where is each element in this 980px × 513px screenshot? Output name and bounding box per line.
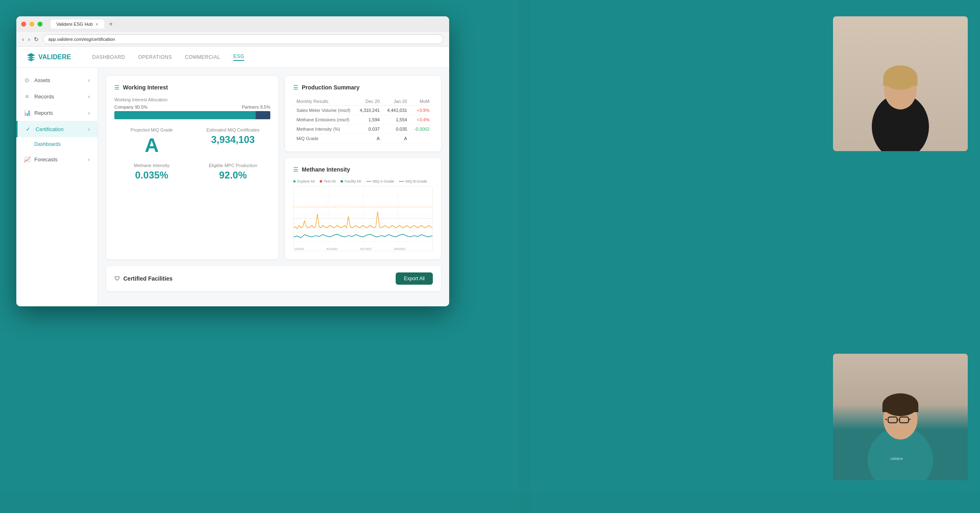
nav-operations[interactable]: OPERATIONS xyxy=(138,54,172,60)
methane-intensity-label: Methane Intensity xyxy=(134,163,169,168)
nav-dashboard[interactable]: DASHBOARD xyxy=(92,54,125,60)
legend-label-facility: Facility MI xyxy=(345,179,361,183)
working-interest-title: Working Interest xyxy=(123,84,168,91)
sidebar-item-reports[interactable]: 📊 Reports ∨ xyxy=(16,105,98,121)
new-tab-button[interactable]: + xyxy=(109,20,113,28)
production-summary-card: ☰ Production Summary Monthly Results Dec… xyxy=(285,76,441,152)
nav-commercial[interactable]: COMMERCIAL xyxy=(185,54,220,60)
row1-jan: 4,441,031 xyxy=(383,106,410,115)
maximize-button[interactable] xyxy=(38,22,42,27)
col-mom: MoM xyxy=(410,97,433,106)
nav-esg[interactable]: ESG xyxy=(233,54,244,61)
refresh-button[interactable]: ↻ xyxy=(34,36,39,42)
methane-intensity-header: ☰ Methane Intensity xyxy=(293,166,433,173)
working-interest-icon: ☰ xyxy=(114,84,120,91)
sidebar-label-records: Records xyxy=(34,94,54,100)
svg-text:4/14/2021: 4/14/2021 xyxy=(327,247,338,251)
bottom-teal-bar xyxy=(0,493,980,513)
certification-chevron: ∨ xyxy=(87,127,90,132)
row2-jan: 1,554 xyxy=(383,115,410,125)
legend-test-mi: Test MI xyxy=(320,179,336,183)
certification-icon: ✓ xyxy=(25,126,31,132)
wi-allocation-bar xyxy=(114,111,270,119)
methane-intensity-card-icon: ☰ xyxy=(293,166,298,173)
main-content: ⊙ Assets ∨ ≡ Records ∨ 📊 Reports ∨ ✓ Cer… xyxy=(16,68,449,306)
minimize-button[interactable] xyxy=(29,22,34,27)
methane-intensity-card-title: Methane Intensity xyxy=(302,166,350,173)
eligible-mpc-metric: Eligible MPC Production 92.0% xyxy=(196,163,270,181)
sidebar: ⊙ Assets ∨ ≡ Records ∨ 📊 Reports ∨ ✓ Cer… xyxy=(16,68,98,306)
legend-dot-facility xyxy=(341,180,343,183)
records-chevron: ∨ xyxy=(87,94,90,99)
tab-title: Validere ESG Hub xyxy=(56,22,93,27)
browser-tab[interactable]: Validere ESG Hub ✕ xyxy=(51,20,104,29)
table-row: Methane Intensity (%) 0.037 0.035 -0.000… xyxy=(293,125,433,134)
svg-rect-18 xyxy=(883,78,918,86)
url-text: app.validere.com/esg/certification xyxy=(48,37,115,42)
company-label: Company 90.5% xyxy=(114,105,147,109)
teal-side-bar xyxy=(519,0,531,513)
estimated-certs-label: Estimated MiQ Certificates xyxy=(206,127,259,132)
svg-text:8/24/2021: 8/24/2021 xyxy=(394,247,406,251)
production-summary-icon: ☰ xyxy=(293,84,298,91)
wi-company-portion xyxy=(114,111,256,119)
row1-label: Sales Meter Volume (mscf) xyxy=(293,106,356,115)
video-panel-bottom: validere xyxy=(833,354,968,480)
sidebar-item-assets[interactable]: ⊙ Assets ∨ xyxy=(16,72,98,88)
browser-titlebar: Validere ESG Hub ✕ + xyxy=(16,16,449,32)
methane-intensity-metric: Methane Intensity 0.035% xyxy=(114,163,189,181)
row3-dec: 0.037 xyxy=(356,125,383,134)
row1-mom: +3.9% xyxy=(410,106,433,115)
person-silhouette-2: validere xyxy=(858,370,943,480)
top-navigation: VALIDERE DASHBOARD OPERATIONS COMMERCIAL… xyxy=(16,47,449,68)
app-container: VALIDERE DASHBOARD OPERATIONS COMMERCIAL… xyxy=(16,47,449,306)
forward-button[interactable]: › xyxy=(28,36,30,42)
eligible-mpc-value: 92.0% xyxy=(219,170,247,181)
person-silhouette xyxy=(860,45,941,151)
sidebar-item-forecasts[interactable]: 📈 Forecasts ∨ xyxy=(16,151,98,167)
browser-addressbar: ‹ › ↻ app.validere.com/esg/certification xyxy=(16,32,449,47)
projected-grade-label: Projected MiQ Grade xyxy=(131,127,173,132)
assets-icon: ⊙ xyxy=(24,77,30,83)
svg-text:1/3/2021: 1/3/2021 xyxy=(294,247,304,251)
row1-dec: 4,310,241 xyxy=(356,106,383,115)
legend-label-test: Test MI xyxy=(324,179,336,183)
back-button[interactable]: ‹ xyxy=(22,36,24,42)
export-all-button[interactable]: Export All xyxy=(396,272,433,285)
working-interest-header: ☰ Working Interest xyxy=(114,84,270,91)
legend-facility-mi: Facility MI xyxy=(341,179,361,183)
sidebar-label-assets: Assets xyxy=(34,77,50,83)
chart-legend: Explore MI Test MI Facility MI xyxy=(293,179,433,183)
browser-window: Validere ESG Hub ✕ + ‹ › ↻ app.validere.… xyxy=(16,16,449,306)
sidebar-label-forecasts: Forecasts xyxy=(34,156,58,163)
row2-mom: +3.4% xyxy=(410,115,433,125)
partners-label: Partners 9.5% xyxy=(242,105,270,109)
records-icon: ≡ xyxy=(24,93,30,100)
metrics-grid: Projected MiQ Grade A Estimated MiQ Cert… xyxy=(114,127,270,181)
methane-intensity-card: ☰ Methane Intensity Explore MI xyxy=(285,158,441,259)
legend-line-miqb xyxy=(399,181,404,182)
sidebar-item-certification[interactable]: ✓ Certification ∨ xyxy=(16,121,98,137)
sidebar-item-records[interactable]: ≡ Records ∨ xyxy=(16,88,98,105)
row4-dec: A xyxy=(356,134,383,143)
right-column: ☰ Production Summary Monthly Results Dec… xyxy=(285,76,441,259)
person-bottom-video: validere xyxy=(833,354,968,480)
estimated-certs-value: 3,934,103 xyxy=(211,134,255,145)
address-bar[interactable]: app.validere.com/esg/certification xyxy=(43,34,443,44)
close-button[interactable] xyxy=(21,22,26,27)
legend-label-miqb: MiQ B-Grade xyxy=(405,179,427,183)
methane-chart-svg: 1/3/2021 4/14/2021 6/17/2021 8/24/2021 xyxy=(294,186,432,251)
video-panel-top xyxy=(833,16,968,151)
col-monthly: Monthly Results xyxy=(293,97,356,106)
sidebar-subitem-dashboards[interactable]: Dashboards xyxy=(16,137,98,151)
svg-rect-22 xyxy=(882,405,918,412)
tab-close-icon[interactable]: ✕ xyxy=(95,22,98,27)
legend-miq-a: MiQ A-Grade xyxy=(366,179,394,183)
row2-dec: 1,594 xyxy=(356,115,383,125)
allocation-label: Working Interest Allocation xyxy=(114,97,270,102)
assets-chevron: ∨ xyxy=(87,78,90,83)
svg-text:validere: validere xyxy=(890,457,903,461)
forecasts-icon: 📈 xyxy=(24,156,30,163)
forecasts-chevron: ∨ xyxy=(87,157,90,162)
certified-facilities-bar: 🛡 Certified Facilities Export All xyxy=(106,266,441,291)
